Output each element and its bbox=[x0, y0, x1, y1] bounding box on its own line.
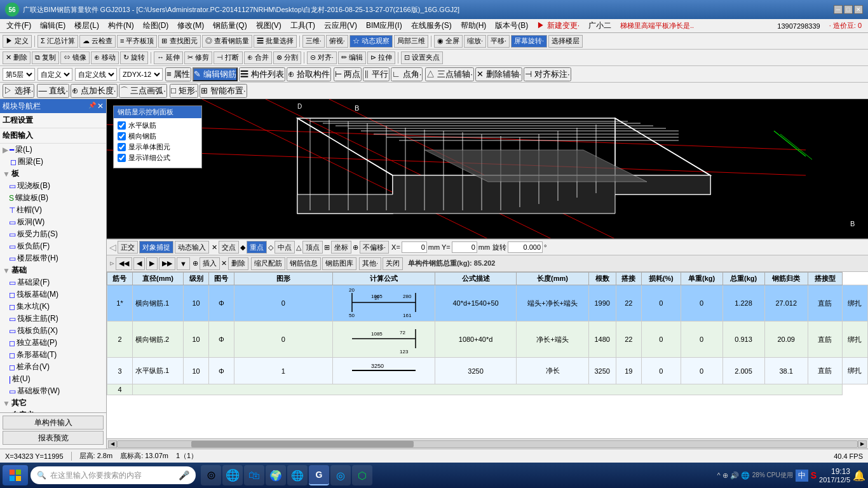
table-row[interactable]: 1* 横向钢筋.1 10 Φ 0 20 50 bbox=[107, 285, 868, 322]
sidebar-item-raft-neg[interactable]: ▭ 筏板负筋(X) bbox=[0, 325, 106, 337]
start-button[interactable] bbox=[3, 465, 28, 485]
3d-button[interactable]: 三维· bbox=[302, 35, 325, 48]
nav-prev-button[interactable]: ◀ bbox=[133, 257, 145, 270]
table-row[interactable]: 4 bbox=[107, 384, 868, 395]
local-3d-button[interactable]: 局部三维 bbox=[394, 35, 428, 48]
sidebar-item-column-cap[interactable]: ⊤ 柱帽(V) bbox=[0, 204, 106, 216]
rebar-info-button[interactable]: 钢筋信息 bbox=[287, 257, 321, 270]
sidebar-item-raft[interactable]: ◻ 筏板基础(M) bbox=[0, 288, 106, 301]
sidebar-item-slab-hole[interactable]: ▭ 板洞(W) bbox=[0, 216, 106, 228]
sidebar-close-button[interactable]: ✕ bbox=[97, 102, 104, 111]
find-element-button[interactable]: ⊞ 查找图元 bbox=[158, 35, 200, 48]
arc-button[interactable]: ⌒ 三点画弧· bbox=[119, 84, 167, 98]
viewport[interactable]: B B D 钢筋显示控制面板 水平纵筋 横向钢筋 显示单体图元 bbox=[107, 99, 868, 239]
v-rebar-checkbox[interactable] bbox=[118, 132, 126, 140]
sidebar-item-ring-beam[interactable]: ◻ 圈梁(E) bbox=[0, 156, 106, 168]
copy-button[interactable]: ⧉ 复制 bbox=[32, 51, 59, 64]
sidebar-item-pile[interactable]: | 桩(U) bbox=[0, 373, 106, 385]
close-button[interactable]: ✕ bbox=[854, 5, 863, 14]
define-button[interactable]: ▶ 定义 bbox=[3, 35, 32, 48]
corner-button[interactable]: ∟ 点角· bbox=[391, 67, 423, 81]
dynamic-obs-button[interactable]: ☆ 动态观察 bbox=[349, 35, 393, 48]
sidebar-item-project[interactable]: 工程设置 bbox=[0, 113, 106, 128]
break-button[interactable]: ⊣ 打断 bbox=[214, 51, 242, 64]
fullscreen-button[interactable]: ◉ 全屏 bbox=[434, 35, 463, 48]
delete-row-button[interactable]: 删除 bbox=[228, 257, 248, 270]
sidebar-item-spiral-slab[interactable]: S 螺旋板(B) bbox=[0, 192, 106, 204]
menu-rebar-qty[interactable]: 钢筋量(Q) bbox=[209, 20, 250, 32]
minimize-button[interactable]: ─ bbox=[834, 5, 843, 14]
sidebar-item-raft-main[interactable]: ▭ 筏板主筋(R) bbox=[0, 313, 106, 325]
sidebar-item-found-beam[interactable]: ▭ 基础梁(F) bbox=[0, 276, 106, 288]
menu-component[interactable]: 构件(N) bbox=[104, 20, 138, 32]
nav-last-button[interactable]: ▶▶ bbox=[159, 257, 175, 270]
endpoint-button[interactable]: 顶点 bbox=[302, 241, 323, 254]
two-point-button[interactable]: ⊢ 两点 bbox=[334, 67, 362, 81]
menu-new-change[interactable]: ▶ 新建变更· bbox=[533, 20, 583, 32]
table-row[interactable]: 2 横向钢筋.2 10 Φ 0 1085 72 123 bbox=[107, 322, 868, 358]
ime-indicator[interactable]: 中 bbox=[796, 470, 808, 482]
component-list-button[interactable]: ☰ 构件列表 bbox=[239, 67, 285, 81]
ortho-button[interactable]: 正交 bbox=[118, 241, 138, 254]
close-rebar-button[interactable]: 关闭 bbox=[383, 257, 403, 270]
taskbar-icon-app[interactable]: ◎ bbox=[330, 465, 351, 485]
show-formula-check[interactable]: 显示详细公式 bbox=[118, 153, 198, 163]
sidebar-item-strip-found[interactable]: ◻ 条形基础(T) bbox=[0, 349, 106, 361]
single-component-button[interactable]: 单构件输入 bbox=[3, 416, 104, 430]
move-button[interactable]: ⊕ 移动 bbox=[91, 51, 119, 64]
menu-guang[interactable]: 广小二 bbox=[585, 20, 615, 32]
del-aux-button[interactable]: ✕ 删除辅轴· bbox=[475, 67, 522, 81]
show-element-checkbox[interactable] bbox=[118, 143, 126, 151]
rebar-table-container[interactable]: 筋号 直径(mm) 级别 图号 图形 计算公式 公式描述 长度(mm) 根数 搭… bbox=[107, 272, 868, 438]
pick-component-button[interactable]: ⊕ 拾取构件 bbox=[287, 67, 331, 81]
sidebar-item-beam[interactable]: ▶ ━ 梁(L) bbox=[0, 144, 106, 156]
split-button[interactable]: ⊗ 分割 bbox=[273, 51, 301, 64]
level-select[interactable]: 第5层 bbox=[3, 68, 35, 81]
insert-row-button[interactable]: 插入 bbox=[200, 257, 220, 270]
taskbar-icon-store[interactable]: 🛍 bbox=[244, 465, 264, 485]
zdyx-select[interactable]: ZDYX-12 bbox=[119, 68, 163, 81]
nav-down-button[interactable]: ▼ bbox=[177, 257, 190, 270]
line-button[interactable]: — 直线· bbox=[37, 84, 69, 98]
view-rebar-button[interactable]: ◎ 查看钢筋量 bbox=[202, 35, 252, 48]
sidebar-item-slab-neg[interactable]: ▭ 板负筋(F) bbox=[0, 240, 106, 252]
nav-first-button[interactable]: ◀◀ bbox=[116, 257, 132, 270]
scale-button[interactable]: 缩尺配筋 bbox=[251, 257, 285, 270]
v-rebar-check[interactable]: 横向钢筋 bbox=[118, 132, 198, 141]
custom-line-select[interactable]: 自定义线 bbox=[75, 68, 117, 81]
x-input[interactable] bbox=[402, 241, 427, 253]
no-offset-button[interactable]: 不偏移· bbox=[360, 241, 389, 254]
pan-button[interactable]: 平移· bbox=[487, 35, 510, 48]
level-top-button[interactable]: ≡ 平齐板顶 bbox=[117, 35, 157, 48]
sidebar-item-ind-found[interactable]: ◻ 独立基础(P) bbox=[0, 337, 106, 349]
sidebar-item-draw[interactable]: 绘图输入 bbox=[0, 128, 106, 144]
delete-button[interactable]: ✕ 删除 bbox=[3, 51, 31, 64]
mic-icon[interactable]: 🎤 bbox=[179, 470, 189, 480]
maximize-button[interactable]: □ bbox=[844, 5, 853, 14]
sidebar-item-foundation[interactable]: ▼ 基础 bbox=[0, 264, 106, 276]
rotate-input[interactable] bbox=[508, 241, 543, 253]
zoom-button[interactable]: 缩放· bbox=[464, 35, 486, 48]
midpoint-btn-button[interactable]: 重点 bbox=[247, 241, 267, 254]
taskbar-icon-app2[interactable]: ⬡ bbox=[352, 465, 372, 485]
table-row[interactable]: 3 水平纵筋.1 10 Φ 1 3250 3250 净长 bbox=[107, 358, 868, 384]
menu-view[interactable]: 视图(V) bbox=[252, 20, 285, 32]
obj-snap-button[interactable]: 对象捕捉 bbox=[139, 241, 173, 254]
three-aux-button[interactable]: △ 三点辅轴· bbox=[425, 67, 473, 81]
rebar-lib-button[interactable]: 钢筋图库 bbox=[322, 257, 356, 270]
scroll-right-btn[interactable]: ▶ bbox=[858, 440, 867, 448]
sidebar-item-slab-rebar[interactable]: ▭ 板受力筋(S) bbox=[0, 228, 106, 240]
menu-online[interactable]: 在线服务(S) bbox=[407, 20, 456, 32]
menu-cloud[interactable]: 云应用(V) bbox=[320, 20, 361, 32]
sidebar-item-pile-cap[interactable]: ◻ 桩承台(V) bbox=[0, 361, 106, 373]
scrollbar-thumb[interactable] bbox=[191, 441, 413, 447]
taskbar-icon-ggj[interactable]: G bbox=[309, 465, 329, 485]
parallel-button[interactable]: ∥ 平行 bbox=[363, 67, 390, 81]
menu-file[interactable]: 文件(F) bbox=[3, 20, 35, 32]
search-bar[interactable]: 🔍 在这里输入你要搜索的内容 🎤 bbox=[31, 466, 196, 484]
sidebar-pin-button[interactable]: 📌 bbox=[88, 102, 96, 111]
scrollbar-track[interactable] bbox=[117, 440, 858, 448]
other-button[interactable]: 其他· bbox=[359, 257, 381, 270]
show-formula-checkbox[interactable] bbox=[118, 154, 126, 162]
h-rebar-checkbox[interactable] bbox=[118, 121, 126, 130]
